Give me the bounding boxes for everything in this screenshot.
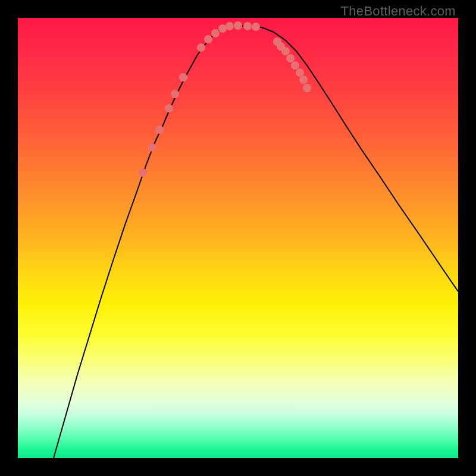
curve-marker [197,43,205,52]
curve-markers [139,21,311,177]
curve-marker [226,22,234,30]
curve-marker [155,126,164,134]
curve-marker [281,47,290,55]
curve-marker [139,168,147,177]
curve-marker [291,61,299,70]
curve-marker [204,35,212,43]
chart-svg [18,18,458,458]
curve-marker [252,23,260,31]
watermark-text: TheBottleneck.com [341,4,456,19]
chart-plot-area [18,18,458,458]
curve-marker [234,21,242,30]
curve-marker [179,73,187,82]
curve-marker [218,24,227,33]
curve-marker [303,84,311,92]
curve-marker [148,143,156,152]
curve-marker [296,68,304,77]
curve-marker [299,76,308,84]
curve-marker [243,22,252,30]
curve-marker [286,54,295,62]
curve-marker [171,90,179,98]
bottleneck-curve [54,26,458,458]
curve-marker [211,29,220,37]
curve-marker [165,104,173,112]
